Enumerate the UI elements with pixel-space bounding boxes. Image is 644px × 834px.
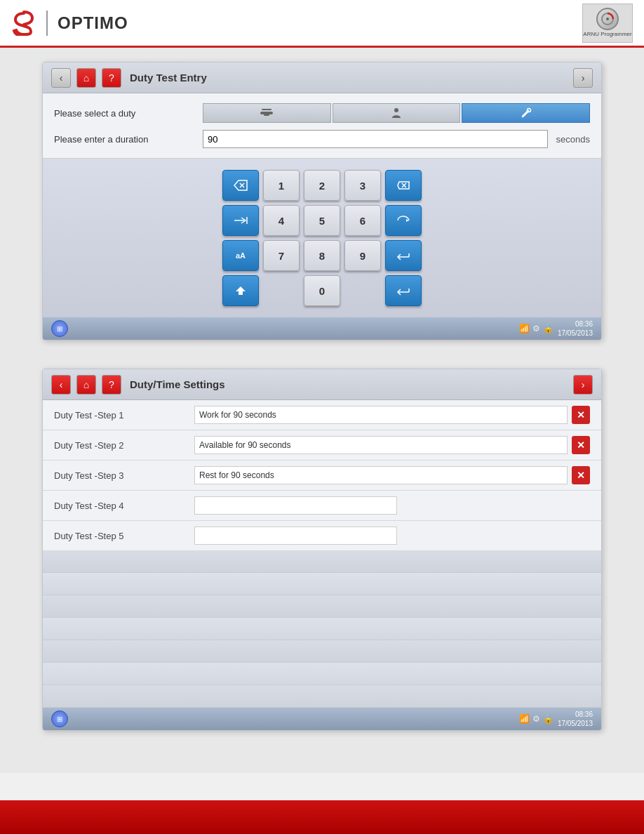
duration-row: Please enter a duration seconds (54, 130, 590, 148)
duty-step-5-row: Duty Test -Step 5 (43, 521, 601, 550)
panel2-settings-icon: ⚙ (532, 714, 540, 724)
panel1-settings-icon: ⚙ (532, 324, 540, 333)
panel2-forward-button[interactable]: › (573, 375, 593, 395)
panel1-lock-icon: 🔒 (543, 324, 554, 333)
panel1-help-button[interactable]: ? (102, 68, 121, 88)
duty-work-button[interactable] (462, 103, 590, 123)
panel1-form: Please select a duty (43, 93, 601, 159)
key-backspace[interactable] (385, 170, 422, 201)
duty-steps-list: Duty Test -Step 1 ✕ Duty Test -Step 2 ✕ … (43, 400, 601, 550)
empty-row-2 (43, 573, 601, 595)
duty-step-2-input[interactable] (194, 436, 568, 454)
duty-step-4-row: Duty Test -Step 4 (43, 491, 601, 521)
key-tab-right[interactable] (222, 205, 259, 236)
duty-step-2-delete-button[interactable]: ✕ (572, 436, 590, 454)
duty-step-2-row: Duty Test -Step 2 ✕ (43, 430, 601, 461)
panel2-statusbar: ⊞ 📶 ⚙ 🔒 08:36 17/05/2013 (43, 708, 601, 730)
seconds-label: seconds (556, 134, 590, 145)
key-backspace-left[interactable] (222, 170, 259, 201)
panel2-back-button[interactable]: ‹ (51, 375, 71, 395)
svg-rect-2 (260, 112, 273, 114)
key-shift[interactable] (222, 275, 259, 306)
keypad-grid: 1 2 3 4 5 6 aA 7 8 9 (222, 170, 422, 306)
main-content: ‹ ⌂ ? Duty Test Entry › Please select a … (0, 48, 644, 773)
duration-input[interactable] (203, 130, 548, 148)
empty-row-6 (43, 663, 601, 685)
key-clear[interactable] (385, 205, 422, 236)
key-enter[interactable] (385, 275, 422, 306)
panel1-status-icons: 📶 ⚙ 🔒 (519, 324, 554, 333)
duty-drive-button[interactable] (203, 103, 331, 123)
empty-row-3 (43, 595, 601, 618)
key-2[interactable]: 2 (304, 170, 340, 201)
duty-time-settings-panel: ‹ ⌂ ? Duty/Time Settings › Duty Test -St… (42, 369, 602, 731)
panel2-status-left: ⊞ (51, 710, 68, 727)
key-7[interactable]: 7 (263, 240, 300, 271)
duty-step-1-input[interactable] (194, 406, 568, 424)
svg-rect-3 (262, 109, 271, 110)
key-6[interactable]: 6 (344, 205, 381, 236)
panel1-time: 08:36 (558, 319, 593, 329)
key-5[interactable]: 5 (304, 205, 340, 236)
empty-row-1 (43, 550, 601, 573)
key-empty-right (344, 275, 381, 306)
panel2-status-icons: 📶 ⚙ 🔒 (519, 714, 554, 724)
app-icon-label: ARNU Programmer (583, 32, 631, 38)
panel1-home-button[interactable]: ⌂ (76, 68, 96, 88)
app-icon-image (596, 8, 619, 30)
logo-area: OPTIMO (11, 11, 128, 36)
duty-select-label: Please select a duty (54, 108, 194, 119)
panel1-forward-button[interactable]: › (573, 68, 593, 88)
key-8[interactable]: 8 (304, 240, 340, 271)
panel1-titlebar: ‹ ⌂ ? Duty Test Entry › (43, 62, 601, 93)
duty-step-3-input[interactable] (194, 466, 568, 484)
panel1-date: 17/05/2013 (558, 329, 593, 338)
duty-step-3-delete-button[interactable]: ✕ (572, 466, 590, 484)
key-1[interactable]: 1 (263, 170, 300, 201)
panel2-windows-button[interactable]: ⊞ (51, 710, 68, 727)
key-0[interactable]: 0 (304, 275, 340, 306)
panel1-clock: 08:36 17/05/2013 (558, 319, 593, 338)
duty-test-entry-panel: ‹ ⌂ ? Duty Test Entry › Please select a … (42, 62, 602, 340)
duty-step-3-label: Duty Test -Step 3 (54, 470, 194, 481)
svg-point-1 (606, 18, 609, 20)
keypad-area: 1 2 3 4 5 6 aA 7 8 9 (43, 159, 601, 317)
panel2-title: Duty/Time Settings (130, 378, 225, 390)
optimo-logo-text: OPTIMO (58, 13, 128, 33)
key-empty-left (263, 275, 300, 306)
duty-step-5-input[interactable] (194, 527, 397, 545)
panel1-signal-icon: 📶 (519, 324, 530, 333)
panel2-date: 17/05/2013 (558, 719, 593, 728)
duty-step-1-row: Duty Test -Step 1 ✕ (43, 400, 601, 430)
panel2-signal-icon: 📶 (519, 714, 530, 724)
panel1-status-right: 📶 ⚙ 🔒 08:36 17/05/2013 (519, 319, 593, 338)
duty-step-1-delete-button[interactable]: ✕ (572, 406, 590, 424)
duty-step-4-label: Duty Test -Step 4 (54, 501, 194, 511)
panel1-status-left: ⊞ (51, 320, 68, 337)
panel2-titlebar: ‹ ⌂ ? Duty/Time Settings › (43, 369, 601, 400)
duty-step-4-input[interactable] (194, 496, 397, 515)
panel1-windows-button[interactable]: ⊞ (51, 320, 68, 337)
key-caps[interactable]: aA (222, 240, 259, 271)
key-enter-line[interactable] (385, 240, 422, 271)
duty-available-button[interactable] (333, 103, 461, 123)
key-4[interactable]: 4 (263, 205, 300, 236)
header-app-icon[interactable]: ARNU Programmer (582, 4, 633, 43)
key-3[interactable]: 3 (344, 170, 381, 201)
duty-type-selector (203, 103, 590, 123)
key-9[interactable]: 9 (344, 240, 381, 271)
logo-divider (46, 11, 48, 36)
panel2-lock-icon: 🔒 (543, 714, 554, 724)
footer-bar (0, 800, 644, 834)
stoneridge-logo-icon (11, 11, 36, 36)
duty-step-2-label: Duty Test -Step 2 (54, 440, 194, 451)
duty-step-3-row: Duty Test -Step 3 ✕ (43, 461, 601, 491)
panel2-empty-rows (43, 550, 601, 708)
panel2-help-button[interactable]: ? (102, 375, 121, 395)
panel2-home-button[interactable]: ⌂ (76, 375, 96, 395)
empty-row-5 (43, 640, 601, 663)
duty-step-1-label: Duty Test -Step 1 (54, 410, 194, 421)
duty-step-5-label: Duty Test -Step 5 (54, 531, 194, 541)
panel1-back-button[interactable]: ‹ (51, 68, 71, 88)
panel1-title: Duty Test Entry (130, 72, 207, 84)
